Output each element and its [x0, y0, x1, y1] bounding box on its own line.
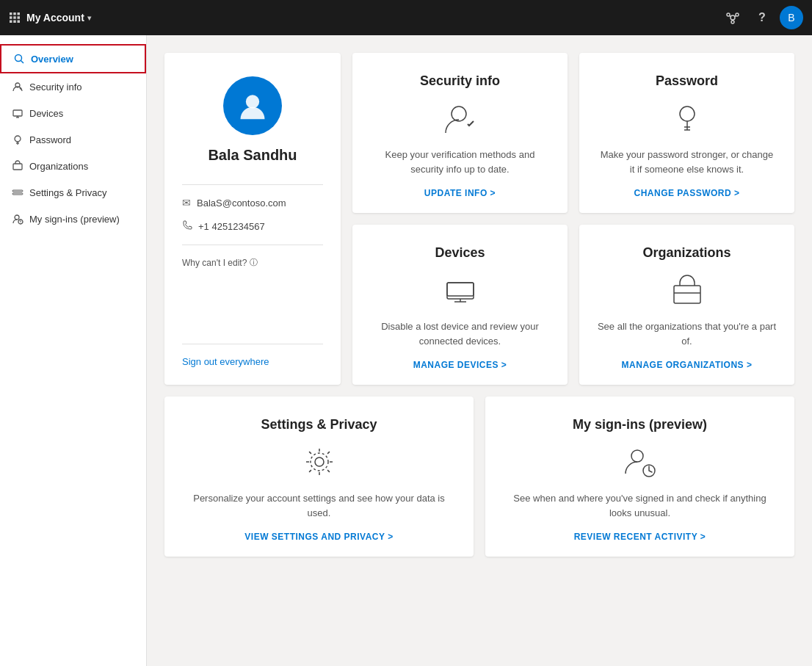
help-icon[interactable]: ?	[750, 6, 774, 29]
security-info-title: Security info	[420, 73, 500, 89]
devices-card-icon	[443, 272, 478, 311]
manage-devices-link[interactable]: MANAGE DEVICES >	[413, 360, 507, 370]
connection-icon[interactable]	[721, 6, 744, 29]
svg-rect-5	[18, 16, 21, 19]
svg-point-23	[15, 136, 21, 142]
sidebar-label-settings-privacy: Settings & Privacy	[29, 187, 107, 198]
review-activity-link[interactable]: REVIEW RECENT ACTIVITY >	[574, 532, 706, 542]
chevron-down-icon: ▾	[87, 14, 91, 22]
sidebar-item-security-info[interactable]: Security info	[0, 73, 146, 100]
view-settings-link[interactable]: VIEW SETTINGS AND PRIVACY >	[244, 532, 393, 542]
settings-privacy-card: Settings & Privacy Personalize your acco…	[164, 397, 474, 557]
svg-rect-4	[13, 16, 16, 19]
sidebar-label-devices: Devices	[29, 108, 63, 119]
svg-point-34	[452, 106, 466, 121]
sidebar-item-organizations[interactable]: Organizations	[0, 153, 146, 179]
organizations-desc: See all the organizations that you're a …	[597, 319, 777, 348]
svg-point-12	[731, 21, 734, 23]
svg-point-16	[15, 55, 22, 62]
sign-out-everywhere-link[interactable]: Sign out everywhere	[182, 356, 323, 367]
search-icon	[13, 53, 25, 65]
settings-privacy-title: Settings & Privacy	[261, 417, 377, 432]
sidebar-label-organizations: Organizations	[29, 161, 88, 172]
sidebar-label-password: Password	[29, 134, 71, 145]
sidebar-item-my-signins[interactable]: My sign-ins (preview)	[0, 206, 146, 232]
sidebar-item-overview[interactable]: Overview	[0, 44, 146, 73]
manage-organizations-link[interactable]: MANAGE ORGANIZATIONS >	[622, 360, 753, 370]
sidebar-label-my-signins: My sign-ins (preview)	[29, 214, 120, 225]
svg-line-13	[730, 16, 731, 17]
security-info-icon	[12, 81, 23, 93]
bottom-cards: Settings & Privacy Personalize your acco…	[164, 397, 794, 557]
profile-divider-3	[182, 344, 323, 344]
change-password-link[interactable]: CHANGE PASSWORD >	[634, 188, 740, 198]
devices-title: Devices	[435, 245, 485, 261]
profile-phone: +1 4251234567	[198, 221, 265, 232]
organizations-title: Organizations	[642, 245, 731, 261]
password-desc: Make your password stronger, or change i…	[597, 148, 777, 176]
security-info-desc: Keep your verification methods and secur…	[370, 148, 550, 176]
svg-point-29	[15, 215, 19, 220]
devices-desc: Disable a lost device and review your co…	[370, 319, 550, 348]
profile-divider-2	[182, 245, 323, 245]
svg-rect-0	[10, 12, 12, 15]
profile-name: Bala Sandhu	[208, 147, 297, 164]
profile-phone-row: +1 4251234567	[182, 220, 323, 233]
organizations-icon	[12, 160, 23, 172]
profile-card: Bala Sandhu ✉ BalaS@contoso.com +1 42512…	[164, 53, 341, 385]
topbar-right: ? B	[721, 6, 803, 29]
svg-rect-3	[10, 16, 12, 19]
svg-point-9	[731, 15, 735, 20]
security-info-card: Security info Keep your verification met…	[352, 53, 568, 213]
svg-point-47	[631, 450, 643, 462]
sidebar-item-settings-privacy[interactable]: Settings & Privacy	[0, 179, 146, 206]
password-icon	[12, 134, 23, 145]
my-signins-card-icon	[623, 444, 658, 482]
cards-grid: Bala Sandhu ✉ BalaS@contoso.com +1 42512…	[164, 53, 794, 557]
settings-icon	[12, 187, 23, 198]
sidebar-item-password[interactable]: Password	[0, 126, 146, 153]
password-title: Password	[656, 73, 718, 89]
svg-rect-26	[13, 164, 22, 170]
organizations-card: Organizations See all the organizations …	[579, 225, 794, 385]
password-card: Password Make your password stronger, or…	[579, 53, 794, 213]
svg-rect-6	[10, 21, 12, 23]
my-signins-title: My sign-ins (preview)	[573, 417, 707, 432]
svg-line-14	[735, 16, 736, 17]
email-icon: ✉	[182, 197, 191, 209]
sidebar-item-devices[interactable]: Devices	[0, 100, 146, 126]
profile-email-row: ✉ BalaS@contoso.com	[182, 197, 323, 209]
app-title[interactable]: My Account ▾	[26, 12, 91, 23]
topbar: My Account ▾ ? B	[0, 0, 812, 35]
svg-rect-43	[674, 286, 700, 303]
user-avatar[interactable]: B	[780, 6, 803, 29]
devices-icon	[12, 107, 23, 119]
svg-point-32	[21, 222, 21, 223]
svg-point-46	[311, 453, 328, 471]
svg-rect-27	[12, 190, 23, 192]
svg-point-45	[315, 457, 324, 466]
profile-divider	[182, 184, 323, 185]
main-layout: Overview Security info Devices	[0, 35, 812, 666]
svg-point-33	[246, 95, 259, 108]
svg-point-35	[680, 106, 695, 121]
why-cant-edit: Why can't I edit? ⓘ	[182, 257, 323, 268]
profile-avatar	[223, 76, 282, 135]
main-content: Bala Sandhu ✉ BalaS@contoso.com +1 42512…	[147, 35, 812, 666]
devices-card: Devices Disable a lost device and review…	[352, 225, 568, 385]
svg-rect-8	[18, 21, 21, 23]
security-info-card-icon	[443, 101, 478, 139]
svg-rect-1	[13, 12, 16, 15]
grid-icon[interactable]	[9, 12, 21, 23]
sidebar-label-overview: Overview	[31, 54, 73, 65]
organizations-card-icon	[670, 272, 705, 311]
update-info-link[interactable]: UPDATE INFO >	[424, 188, 496, 198]
settings-privacy-card-icon	[302, 444, 337, 482]
svg-rect-42	[447, 283, 474, 296]
svg-rect-7	[13, 21, 16, 23]
info-circle-icon: ⓘ	[250, 257, 258, 268]
my-signins-desc: See when and where you've signed in and …	[503, 491, 777, 520]
svg-point-10	[727, 13, 730, 16]
signins-icon	[12, 213, 23, 225]
svg-rect-28	[12, 193, 23, 195]
